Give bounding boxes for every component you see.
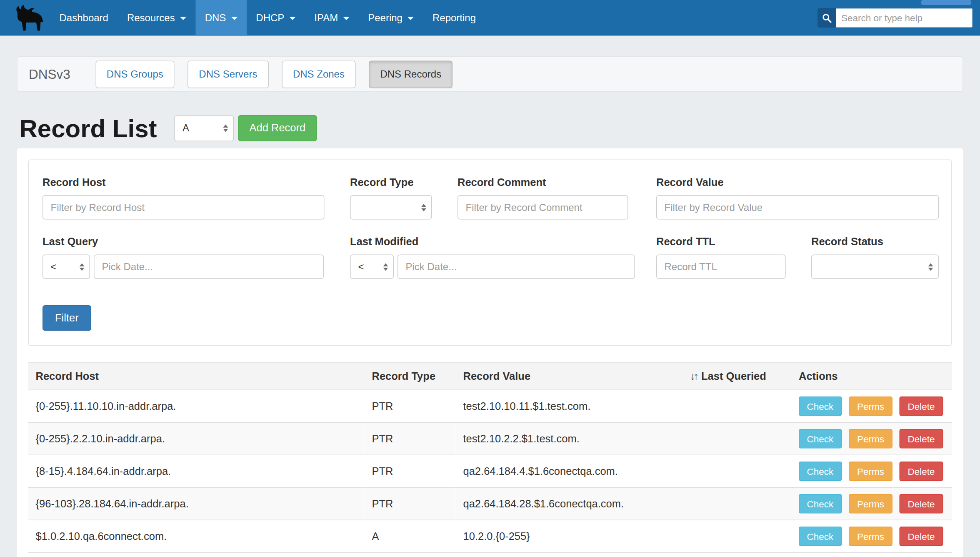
- delete-button[interactable]: Delete: [900, 396, 943, 416]
- header-record-type: Record Type: [365, 362, 456, 390]
- caret-down-icon: [231, 17, 237, 20]
- record-status-label: Record Status: [811, 236, 939, 248]
- nav-item-dashboard[interactable]: Dashboard: [50, 0, 118, 36]
- last-query-date-input[interactable]: [94, 255, 324, 279]
- filter-button[interactable]: Filter: [42, 305, 91, 331]
- table-row: {0-255}.2.2.10.in-addr.arpa. PTR test2.1…: [28, 422, 952, 455]
- dns-subnav: DNSv3 DNS Groups DNS Servers DNS Zones D…: [17, 56, 963, 92]
- cell-record-type: PTR: [365, 422, 456, 455]
- cell-record-host: {0-255}.11.10.10.in-addr.arpa.: [28, 390, 365, 422]
- cell-record-value: test2.10.2.2.$1.test.com.: [456, 422, 683, 455]
- cell-record-host: {8-15}.4.184.64.in-addr.arpa.: [28, 455, 365, 487]
- perms-button[interactable]: Perms: [849, 429, 892, 449]
- nav-item-ipam[interactable]: IPAM: [305, 0, 359, 36]
- filter-record-comment: Record Comment: [458, 176, 628, 220]
- caret-down-icon: [180, 17, 186, 20]
- record-ttl-input[interactable]: [656, 255, 786, 279]
- nav-item-dhcp[interactable]: DHCP: [247, 0, 305, 36]
- nav-label: DNS: [205, 12, 226, 23]
- cell-record-type: A: [365, 520, 456, 552]
- delete-button[interactable]: Delete: [900, 429, 943, 449]
- perms-button[interactable]: Perms: [849, 462, 892, 481]
- cell-actions: Check Perms Delete: [791, 422, 952, 455]
- last-query-label: Last Query: [42, 236, 324, 248]
- moose-logo[interactable]: [9, 2, 50, 33]
- cell-last-queried: [682, 422, 791, 455]
- filter-last-query: Last Query <: [42, 236, 324, 279]
- last-modified-operator-select[interactable]: <: [350, 255, 394, 279]
- select-arrows-icon: [383, 263, 388, 271]
- table-row: {8-15}.4.184.64.in-addr.arpa. PTR qa2.64…: [28, 455, 952, 487]
- table-row: {96-103}.28.184.64.in-addr.arpa. PTR qa2…: [28, 487, 952, 520]
- nav-item-peering[interactable]: Peering: [359, 0, 423, 36]
- check-button[interactable]: Check: [799, 462, 842, 481]
- header-last-queried[interactable]: ↓↑Last Queried: [682, 362, 791, 390]
- cell-actions: Check Perms Delete: [791, 487, 952, 520]
- cell-record-value: qa2.64.184.4.$1.6conectqa.com.: [456, 455, 683, 487]
- select-arrows-icon: [80, 263, 85, 271]
- tab-dns-zones[interactable]: DNS Zones: [282, 60, 356, 88]
- main-nav: Dashboard Resources DNS DHCP IPAM Peerin…: [50, 0, 485, 36]
- filter-row-2: Last Query < Last Modified <: [42, 236, 938, 278]
- cell-actions: Check Perms Delete: [791, 520, 952, 552]
- subnav-title: DNSv3: [29, 67, 70, 82]
- nav-item-resources[interactable]: Resources: [118, 0, 195, 36]
- check-button[interactable]: Check: [799, 396, 842, 416]
- record-type-select[interactable]: [350, 195, 432, 220]
- record-comment-input[interactable]: [458, 195, 628, 220]
- delete-button[interactable]: Delete: [900, 494, 943, 514]
- navbar-search: [818, 8, 972, 28]
- partial-top-button: [921, 0, 971, 5]
- perms-button[interactable]: Perms: [849, 527, 892, 546]
- last-modified-label: Last Modified: [350, 236, 635, 248]
- check-button[interactable]: Check: [799, 494, 842, 514]
- records-panel: Record Host Record Type Record Comment R…: [17, 148, 963, 557]
- record-host-input[interactable]: [42, 195, 325, 220]
- filter-record-status: Record Status: [811, 236, 939, 279]
- delete-button[interactable]: Delete: [900, 527, 943, 546]
- select-value: A: [182, 123, 189, 134]
- check-button[interactable]: Check: [799, 527, 842, 546]
- cell-record-type: PTR: [365, 487, 456, 520]
- filter-record-value: Record Value: [656, 176, 939, 220]
- record-ttl-label: Record TTL: [656, 236, 786, 248]
- cell-record-value: 10.2.0.{0-255}: [456, 520, 683, 552]
- record-status-select[interactable]: [811, 255, 939, 279]
- table-row: {0-255}.11.10.10.in-addr.arpa. PTR test2…: [28, 390, 952, 422]
- search-icon[interactable]: [818, 8, 836, 28]
- nav-item-reporting[interactable]: Reporting: [423, 0, 485, 36]
- add-record-button[interactable]: Add Record: [238, 115, 317, 141]
- cell-record-value: test2.10.10.11.$1.test.com.: [456, 390, 683, 422]
- table-row: $1.0.2.10.qa.6connect.com. A 10.2.0.{0-2…: [28, 520, 952, 552]
- tab-dns-records[interactable]: DNS Records: [369, 60, 452, 88]
- record-type-label: Record Type: [350, 176, 432, 189]
- nav-label: Peering: [368, 12, 402, 23]
- delete-button[interactable]: Delete: [900, 462, 943, 481]
- last-modified-date-input[interactable]: [398, 255, 635, 279]
- tab-dns-servers[interactable]: DNS Servers: [188, 60, 268, 88]
- header-last-queried-label: Last Queried: [701, 370, 766, 382]
- perms-button[interactable]: Perms: [849, 494, 892, 514]
- perms-button[interactable]: Perms: [849, 396, 892, 416]
- app-viewport: Dashboard Resources DNS DHCP IPAM Peerin…: [0, 0, 980, 557]
- check-button[interactable]: Check: [799, 429, 842, 449]
- top-navbar: Dashboard Resources DNS DHCP IPAM Peerin…: [0, 0, 980, 36]
- page-title: Record List: [20, 116, 157, 141]
- tab-dns-groups[interactable]: DNS Groups: [95, 60, 175, 88]
- filter-record-host: Record Host: [42, 176, 325, 220]
- search-input[interactable]: [836, 8, 972, 28]
- cell-last-queried: [682, 390, 791, 422]
- filter-row-1: Record Host Record Type Record Comment R…: [42, 176, 938, 219]
- record-value-input[interactable]: [656, 195, 939, 220]
- last-query-operator-select[interactable]: <: [42, 255, 90, 279]
- cell-record-host: {0-255}.2.2.10.in-addr.arpa.: [28, 422, 365, 455]
- cell-record-type: PTR: [365, 390, 456, 422]
- nav-item-dns[interactable]: DNS: [195, 0, 247, 36]
- moose-icon: [13, 4, 46, 32]
- cell-record-host: {96-103}.28.184.64.in-addr.arpa.: [28, 487, 365, 520]
- filter-last-modified: Last Modified <: [350, 236, 635, 279]
- cell-record-type: PTR: [365, 455, 456, 487]
- cell-actions: Check Perms Delete: [791, 390, 952, 422]
- nav-label: Resources: [127, 12, 175, 23]
- add-record-type-select[interactable]: A: [175, 115, 234, 141]
